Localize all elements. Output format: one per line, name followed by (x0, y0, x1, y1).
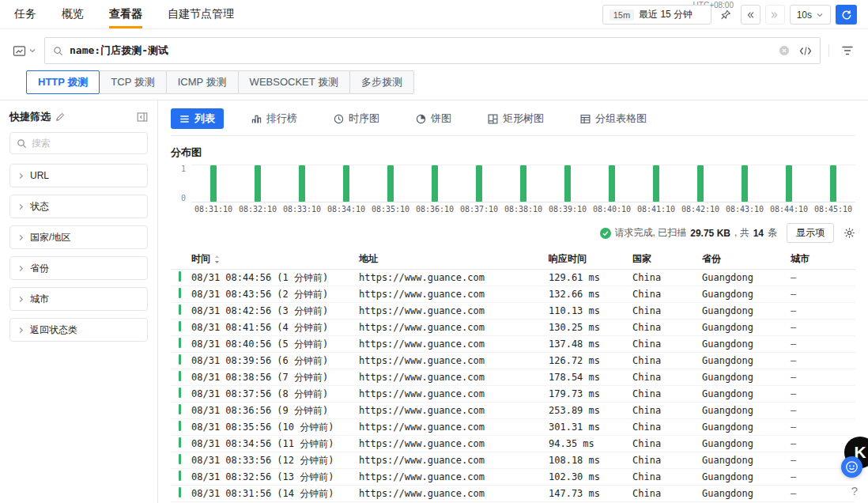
history-back-button[interactable] (741, 5, 760, 25)
table-row[interactable]: 08/31 08:35:56 (10 分钟前)https://www.guanc… (171, 419, 855, 436)
table-row[interactable]: 08/31 08:44:56 (1 分钟前)https://www.guance… (171, 270, 855, 286)
chart-bar[interactable] (343, 165, 349, 202)
protocol-tab-websocket[interactable]: WEBSOCKET 拨测 (238, 70, 350, 94)
chart-bar-slot (590, 165, 634, 202)
cell-province: Guangdong (702, 322, 791, 333)
settings-gear-icon[interactable] (843, 227, 855, 239)
table-row[interactable]: 08/31 08:41:56 (4 分钟前)https://www.guance… (171, 320, 855, 336)
nav-item-tasks[interactable]: 任务 (14, 0, 36, 28)
results-table: 时间地址响应时间国家省份城市 08/31 08:44:56 (1 分钟前)htt… (171, 249, 855, 502)
cell-city: – (791, 355, 855, 366)
nav-item-overview[interactable]: 概览 (62, 0, 84, 28)
result-count: 14 (753, 228, 764, 239)
chart-bar[interactable] (564, 165, 571, 202)
table-header: 时间地址响应时间国家省份城市 (171, 249, 855, 270)
view-tab-treemap[interactable]: 矩形树图 (479, 108, 553, 129)
refresh-button[interactable] (836, 5, 857, 25)
column-header-5: 城市 (791, 252, 855, 266)
view-tab-label: 时序图 (349, 112, 379, 126)
chart-bar[interactable] (520, 165, 526, 202)
display-items-button[interactable]: 显示项 (787, 223, 834, 243)
view-tab-label: 矩形树图 (503, 112, 544, 126)
chart-bar[interactable] (697, 165, 704, 202)
cell-response: 126.72 ms (549, 355, 632, 366)
protocol-tab-tcp[interactable]: TCP 拨测 (99, 70, 166, 94)
refresh-interval-select[interactable]: 10s (790, 5, 831, 25)
support-chat-button[interactable] (841, 456, 862, 478)
table-row[interactable]: 08/31 08:39:56 (6 分钟前)https://www.guance… (171, 353, 855, 369)
chart-bar[interactable] (830, 165, 836, 202)
chart-bar[interactable] (476, 165, 482, 202)
column-header-0[interactable]: 时间 (191, 252, 359, 266)
refresh-interval-value: 10s (797, 9, 812, 21)
cell-time: 08/31 08:38:56 (7 分钟前) (191, 371, 359, 384)
cell-time: 08/31 08:42:56 (3 分钟前) (191, 304, 359, 318)
view-tab-timeseries[interactable]: 时序图 (325, 108, 388, 129)
list-icon (179, 114, 190, 124)
filter-item-return-status-class[interactable]: 返回状态类 (9, 318, 148, 342)
table-row[interactable]: 08/31 08:37:56 (8 分钟前)https://www.guance… (171, 386, 855, 403)
protocol-tab-http[interactable]: HTTP 拨测 (26, 70, 100, 94)
filter-item-url[interactable]: URL (9, 164, 148, 187)
nav-item-node-management[interactable]: 自建节点管理 (168, 0, 234, 28)
collapse-sidebar-icon[interactable] (137, 112, 148, 123)
chart-bar[interactable] (609, 165, 615, 202)
protocol-tab-icmp[interactable]: ICMP 拨测 (166, 70, 239, 94)
code-mode-icon[interactable] (799, 46, 812, 56)
protocol-tab-multistep[interactable]: 多步拨测 (349, 70, 414, 94)
sidebar-header: 快捷筛选 (9, 110, 148, 124)
cell-country: China (632, 272, 702, 283)
time-range-picker[interactable]: 15m 最近 15 分钟 (602, 5, 711, 25)
status-indicator-bar (179, 404, 181, 414)
history-forward-button[interactable] (765, 5, 785, 25)
sidebar-search-input[interactable] (32, 138, 141, 149)
chart-bar[interactable] (742, 165, 748, 202)
cell-address: https://www.guance.com (359, 355, 549, 366)
chart-bar[interactable] (432, 165, 438, 202)
advanced-filter-button[interactable] (837, 41, 857, 61)
chart-bar[interactable] (299, 165, 305, 202)
cell-address: https://www.guance.com (359, 338, 549, 350)
table-row[interactable]: 08/31 08:34:56 (11 分钟前)https://www.guanc… (171, 436, 855, 452)
clear-search-icon[interactable] (779, 45, 790, 56)
cell-address: https://www.guance.com (359, 322, 549, 333)
nav-item-viewer[interactable]: 查看器 (109, 0, 142, 28)
chart-x-tick: 08:38:10 (501, 205, 545, 214)
chevron-right-icon (17, 172, 25, 180)
y-tick-max: 1 (181, 165, 186, 173)
chart-bar[interactable] (387, 165, 394, 202)
chart-x-tick: 08:34:10 (324, 205, 368, 214)
filter-item-city[interactable]: 城市 (9, 287, 148, 311)
table-row[interactable]: 08/31 08:40:56 (5 分钟前)https://www.guance… (171, 336, 855, 353)
chart-bar[interactable] (653, 165, 659, 202)
table-row[interactable]: 08/31 08:31:56 (14 分钟前)https://www.guanc… (171, 486, 855, 502)
search-input[interactable]: name:门店拨测-测试 (44, 37, 821, 64)
table-row[interactable]: 08/31 08:33:56 (12 分钟前)https://www.guanc… (171, 452, 855, 469)
table-row[interactable]: 08/31 08:32:56 (13 分钟前)https://www.guanc… (171, 469, 855, 486)
table-row[interactable]: 08/31 08:43:56 (2 分钟前)https://www.guance… (171, 286, 855, 303)
filter-item-label: 国家/地区 (30, 231, 70, 244)
table-row[interactable]: 08/31 08:42:56 (3 分钟前)https://www.guance… (171, 303, 855, 320)
view-tab-label: 饼图 (431, 112, 451, 126)
cell-address: https://www.guance.com (359, 438, 549, 449)
cell-address: https://www.guance.com (359, 372, 549, 383)
filter-item-status[interactable]: 状态 (9, 195, 148, 218)
query-status-row: 请求完成, 已扫描 29.75 KB, 共 14 条 显示项 (171, 223, 855, 243)
chart-bar[interactable] (210, 165, 217, 202)
view-tab-grouped-table[interactable]: 分组表格图 (572, 108, 655, 129)
view-tab-pie[interactable]: 饼图 (407, 108, 460, 129)
chart-bar[interactable] (255, 165, 261, 202)
help-button[interactable]: ? (851, 484, 858, 497)
cell-response: 110.13 ms (549, 305, 632, 316)
chart-bar[interactable] (786, 165, 792, 202)
cell-time: 08/31 08:44:56 (1 分钟前) (191, 271, 359, 285)
table-row[interactable]: 08/31 08:38:56 (7 分钟前)https://www.guance… (171, 369, 855, 386)
view-tab-list[interactable]: 列表 (171, 108, 224, 129)
table-row[interactable]: 08/31 08:36:56 (9 分钟前)https://www.guance… (171, 403, 855, 419)
edit-filters-icon[interactable] (55, 112, 65, 122)
pin-button[interactable] (716, 5, 736, 25)
filter-item-province[interactable]: 省份 (9, 256, 148, 280)
view-tab-ranking[interactable]: 排行榜 (243, 108, 306, 129)
filter-item-country-region[interactable]: 国家/地区 (9, 225, 148, 249)
viewer-switcher[interactable] (13, 45, 36, 57)
